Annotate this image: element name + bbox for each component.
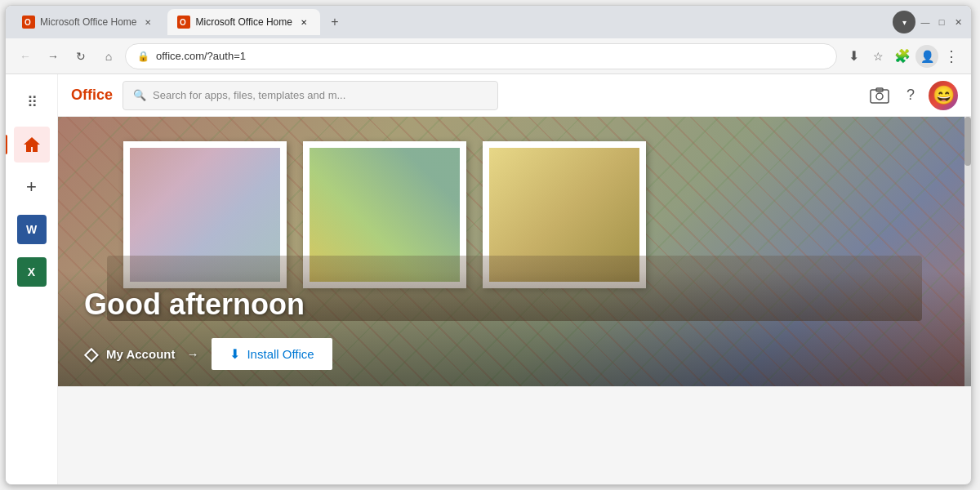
sidebar: ⠿ + W X: [6, 74, 58, 484]
title-bar: O Microsoft Office Home ✕ O Microsoft Of…: [6, 6, 971, 38]
install-office-label: Install Office: [247, 347, 314, 361]
lock-icon: 🔒: [137, 51, 149, 62]
tab-1-label: Microsoft Office Home: [40, 16, 136, 28]
help-icon: ?: [906, 87, 915, 104]
office-app-area: Office 🔍 Search for apps, files, templat…: [58, 74, 971, 484]
toolbar-icons: ⬇ ☆ 🧩 👤 ⋮: [842, 45, 963, 68]
back-button[interactable]: ←: [14, 45, 37, 68]
excel-icon: X: [17, 257, 47, 287]
svg-text:O: O: [24, 18, 31, 27]
tab-1[interactable]: O Microsoft Office Home ✕: [12, 9, 164, 35]
hero-actions: ◇ My Account → ⬇ Install Office: [84, 338, 945, 370]
url-text: office.com/?auth=1: [156, 50, 825, 62]
page-content: ⠿ + W X Office 🔍: [6, 74, 971, 484]
hero-overlay: Good afternoon ◇ My Account → ⬇ Install …: [58, 271, 971, 386]
minimize-button[interactable]: —: [919, 16, 932, 29]
svg-text:O: O: [180, 18, 186, 27]
download-button[interactable]: ⬇: [842, 45, 865, 68]
close-button[interactable]: ✕: [951, 16, 964, 29]
my-account-arrow: →: [186, 347, 198, 361]
main-content: Good afternoon ◇ My Account → ⬇ Install …: [58, 117, 971, 484]
create-icon: +: [26, 176, 37, 198]
maximize-button[interactable]: □: [935, 16, 948, 29]
sidebar-item-create[interactable]: +: [14, 169, 50, 205]
user-avatar[interactable]: 😄: [929, 81, 958, 110]
sidebar-item-apps[interactable]: ⠿: [14, 84, 50, 120]
hero-greeting: Good afternoon: [84, 287, 945, 322]
my-account-button[interactable]: ◇ My Account →: [84, 344, 198, 365]
sidebar-item-home[interactable]: [14, 127, 50, 163]
search-placeholder: Search for apps, files, templates and m.…: [153, 89, 345, 101]
grid-icon: ⠿: [27, 93, 37, 111]
tab-2[interactable]: O Microsoft Office Home ✕: [167, 9, 319, 35]
bookmark-button[interactable]: ☆: [866, 45, 889, 68]
office-favicon-1: O: [22, 16, 35, 29]
user-avatar-image: 😄: [929, 81, 958, 110]
word-icon: W: [17, 215, 47, 244]
scrollbar-thumb: [964, 117, 971, 166]
tab-2-close[interactable]: ✕: [297, 16, 310, 29]
profile-button[interactable]: 👤: [915, 45, 938, 68]
tab-2-label: Microsoft Office Home: [195, 16, 292, 28]
camera-icon: [869, 85, 890, 106]
search-bar[interactable]: 🔍 Search for apps, files, templates and …: [122, 81, 498, 110]
home-button[interactable]: ⌂: [97, 45, 120, 68]
home-icon: [21, 134, 42, 155]
browser-window: O Microsoft Office Home ✕ O Microsoft Of…: [5, 5, 972, 485]
help-button[interactable]: ?: [899, 84, 922, 107]
sidebar-item-word[interactable]: W: [14, 212, 50, 247]
my-account-label: My Account: [106, 347, 175, 361]
window-controls: — □ ✕: [919, 16, 964, 29]
sidebar-item-excel[interactable]: X: [14, 254, 50, 290]
menu-button[interactable]: ⋮: [940, 45, 963, 68]
office-topbar: Office 🔍 Search for apps, files, templat…: [58, 74, 971, 117]
office-logo: Office: [71, 87, 113, 104]
forward-button[interactable]: →: [42, 45, 65, 68]
camera-button[interactable]: [866, 82, 893, 109]
address-box[interactable]: 🔒 office.com/?auth=1: [125, 43, 837, 69]
tab-1-close[interactable]: ✕: [141, 16, 154, 29]
new-tab-button[interactable]: +: [323, 11, 346, 33]
office-favicon-2: O: [177, 16, 190, 29]
install-office-button[interactable]: ⬇ Install Office: [212, 338, 332, 370]
refresh-button[interactable]: ↻: [69, 45, 92, 68]
address-bar-row: ← → ↻ ⌂ 🔒 office.com/?auth=1 ⬇ ☆ 🧩 👤 ⋮: [6, 38, 971, 74]
svg-point-5: [876, 93, 883, 100]
tab-dropdown[interactable]: ▾: [893, 11, 915, 33]
extensions-button[interactable]: 🧩: [891, 45, 914, 68]
install-icon: ⬇: [229, 346, 240, 362]
hero-banner: Good afternoon ◇ My Account → ⬇ Install …: [58, 117, 971, 386]
header-right: ? 😄: [866, 81, 958, 110]
search-icon: 🔍: [133, 89, 146, 101]
diamond-icon: ◇: [84, 344, 98, 365]
